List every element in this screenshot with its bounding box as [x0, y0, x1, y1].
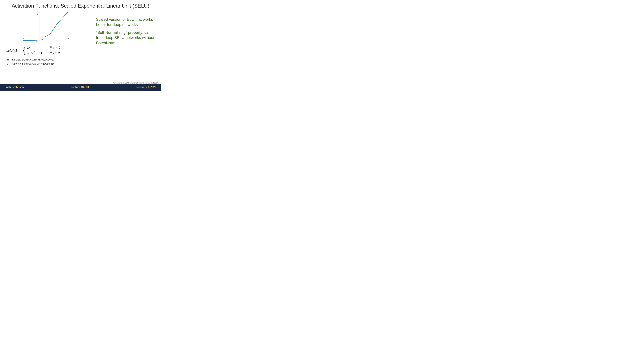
svg-text:−2: −2: [36, 40, 38, 42]
case-row-2: λα(ex − 1) if x ≤ 0: [27, 50, 63, 55]
case2-cond: if x ≤ 0: [50, 51, 63, 55]
bullet-text-1: Scaled version of ELU that works better …: [96, 17, 154, 27]
bullet-dash-2: -: [93, 30, 94, 36]
brace-icon: {: [22, 45, 26, 55]
case1-cond: if x > 0: [50, 45, 63, 50]
svg-text:10: 10: [67, 38, 69, 40]
case2-expr: λα(ex − 1): [27, 50, 46, 55]
citation: Klambauer et al, Self-Normalizing Neural…: [113, 82, 158, 84]
svg-text:−10: −10: [22, 38, 24, 40]
chart-container: −10 10 10 −2: [20, 10, 72, 43]
selu-lhs: selu(x) =: [6, 48, 20, 53]
formula-area: selu(x) = { λx if x > 0 λα(ex − 1) if x …: [5, 44, 86, 66]
slide-title: Activation Functions: Scaled Exponential…: [0, 0, 161, 10]
case-row-1: λx if x > 0: [27, 45, 63, 50]
footer-date: February 6, 2022: [136, 86, 156, 89]
left-column: −10 10 10 −2 selu(x) = {: [3, 10, 88, 91]
constants-area: α = 1.6732632423543772848170429916717 λ …: [6, 57, 86, 66]
slide-body: −10 10 10 −2 selu(x) = {: [0, 10, 161, 91]
svg-text:10: 10: [36, 13, 38, 15]
bullet-dash-1: -: [93, 17, 94, 23]
selu-chart: −10 10 10 −2: [20, 10, 72, 43]
formula-row: selu(x) = { λx if x > 0 λα(ex − 1) if x …: [6, 45, 86, 55]
case1-expr: λx: [27, 45, 46, 50]
cases-body: λx if x > 0 λα(ex − 1) if x ≤ 0: [27, 45, 63, 55]
right-column: - Scaled version of ELU that works bette…: [88, 10, 158, 91]
footer-author: Justin Johnson: [5, 86, 24, 89]
lambda-constant: λ = 1.0507009873554804934193349852946: [7, 62, 86, 66]
footer-bar: Justin Johnson Lecture 10 - 33 February …: [0, 84, 161, 91]
footer-lecture: Lecture 10 - 33: [71, 86, 89, 89]
bullet-text-2: “Self-Normalizing” property; can train d…: [96, 30, 154, 45]
cases-wrapper: { λx if x > 0 λα(ex − 1) if x ≤ 0: [22, 45, 63, 55]
alpha-constant: α = 1.6732632423543772848170429916717: [7, 57, 86, 62]
slide: Activation Functions: Scaled Exponential…: [0, 0, 161, 91]
bullet-item-1: - Scaled version of ELU that works bette…: [93, 17, 154, 27]
bullet-item-2: - “Self-Normalizing” property; can train…: [93, 30, 154, 45]
